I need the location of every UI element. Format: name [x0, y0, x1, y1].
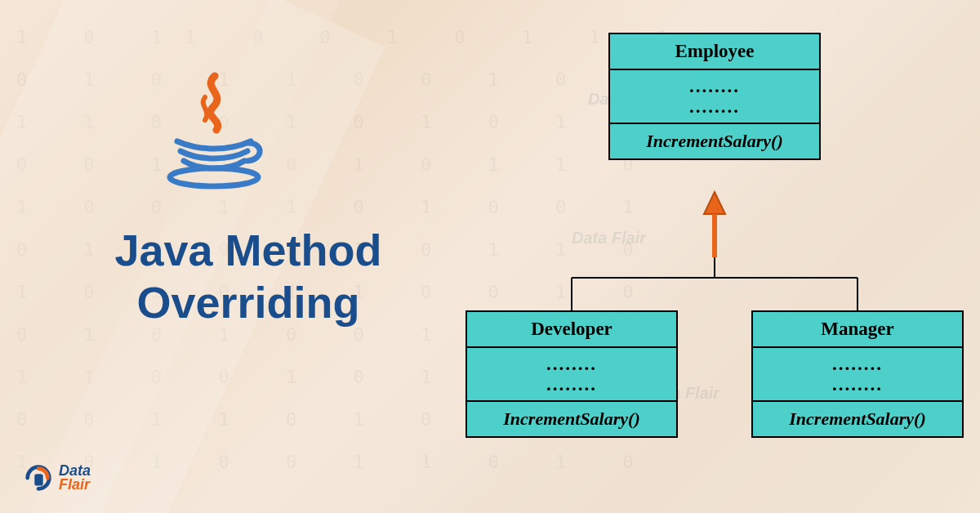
ellipsis: ........ [758, 355, 957, 373]
java-logo-icon [159, 69, 265, 192]
uml-diagram: Employee ........ ........ IncrementSala… [466, 33, 964, 486]
svg-rect-1 [34, 474, 42, 485]
svg-point-0 [170, 168, 258, 186]
class-box-manager: Manager ........ ........ IncrementSalar… [751, 310, 964, 438]
class-box-developer: Developer ........ ........ IncrementSal… [466, 310, 678, 438]
ellipsis: ........ [615, 97, 814, 116]
title-line-2: Overriding [36, 277, 461, 329]
class-box-employee: Employee ........ ........ IncrementSala… [608, 33, 821, 160]
class-name: Employee [610, 34, 819, 70]
class-method: IncrementSalary() [753, 402, 962, 436]
class-name: Developer [467, 312, 676, 348]
svg-marker-6 [704, 192, 725, 214]
class-attributes: ........ ........ [467, 348, 676, 402]
class-attributes: ........ ........ [753, 348, 962, 402]
dataflair-logo: Data Flair [23, 462, 91, 493]
class-attributes: ........ ........ [610, 70, 819, 124]
class-method: IncrementSalary() [467, 402, 676, 436]
ellipsis: ........ [472, 375, 671, 394]
ellipsis: ........ [758, 375, 957, 394]
ellipsis: ........ [615, 77, 814, 96]
ellipsis: ........ [472, 355, 671, 373]
logo-text-flair: Flair [59, 478, 91, 492]
title-line-1: Java Method [36, 225, 461, 277]
class-name: Manager [753, 312, 962, 348]
dataflair-icon [23, 462, 54, 493]
page-title: Java Method Overriding [36, 225, 461, 328]
class-method: IncrementSalary() [610, 124, 819, 158]
